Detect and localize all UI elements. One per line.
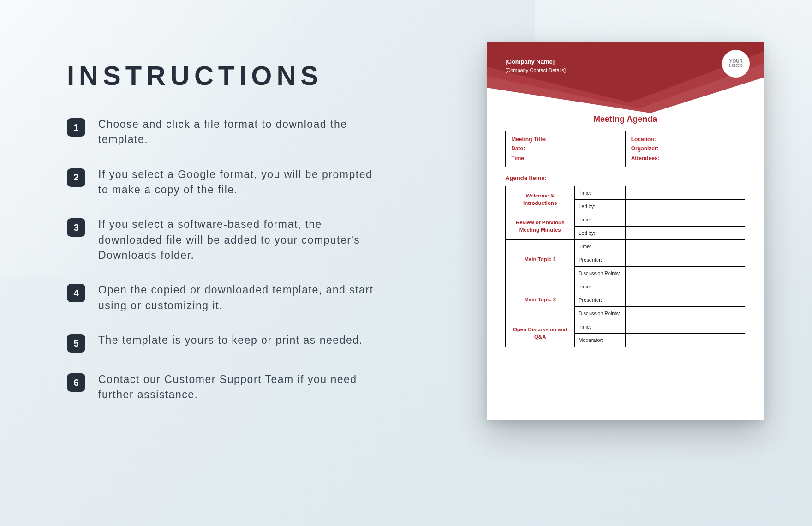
meta-meeting-title: Meeting Title: bbox=[511, 135, 620, 144]
agenda-field-label: Time: bbox=[575, 280, 626, 293]
agenda-field-value bbox=[626, 280, 745, 293]
agenda-topic: Main Topic 1 bbox=[506, 240, 575, 280]
agenda-topic: Main Topic 2 bbox=[506, 280, 575, 320]
document-body: Meeting Agenda Meeting Title: Date: Time… bbox=[487, 114, 764, 361]
agenda-topic: Welcome & Introductions bbox=[506, 186, 575, 213]
company-block: [Company Name] [Company Contact Details] bbox=[505, 57, 566, 74]
agenda-topic: Review of Previous Meeting Minutes bbox=[506, 213, 575, 240]
agenda-field-value bbox=[626, 240, 745, 253]
instruction-step: 1Choose and click a file format to downl… bbox=[67, 117, 420, 148]
step-text: If you select a software-based format, t… bbox=[98, 217, 375, 263]
meta-date: Date: bbox=[511, 144, 620, 153]
agenda-field-value bbox=[626, 320, 745, 334]
document-preview: [Company Name] [Company Contact Details]… bbox=[487, 42, 764, 420]
meta-left: Meeting Title: Date: Time: bbox=[506, 131, 626, 167]
header-graphic bbox=[487, 42, 764, 120]
company-contact: [Company Contact Details] bbox=[505, 66, 566, 74]
agenda-field-label: Presenter: bbox=[575, 293, 626, 307]
agenda-field-value bbox=[626, 186, 745, 200]
agenda-field-label: Discussion Points: bbox=[575, 307, 626, 320]
instruction-step: 6Contact our Customer Support Team if yo… bbox=[67, 372, 420, 403]
agenda-field-value bbox=[626, 227, 745, 240]
agenda-table: Welcome & IntroductionsTime:Led by:Revie… bbox=[505, 186, 745, 347]
table-row: Main Topic 1Time: bbox=[506, 240, 745, 253]
agenda-field-value bbox=[626, 213, 745, 227]
instructions-panel: INSTRUCTIONS 1Choose and click a file fo… bbox=[0, 0, 438, 422]
meeting-meta: Meeting Title: Date: Time: Location: Org… bbox=[505, 131, 745, 167]
agenda-field-label: Time: bbox=[575, 320, 626, 334]
agenda-field-value bbox=[626, 293, 745, 307]
meta-time: Time: bbox=[511, 154, 620, 163]
instruction-step: 5The template is yours to keep or print … bbox=[67, 333, 420, 353]
table-row: Welcome & IntroductionsTime: bbox=[506, 186, 745, 200]
agenda-items-label: Agenda Items: bbox=[505, 174, 745, 181]
agenda-field-label: Moderator: bbox=[575, 334, 626, 347]
table-row: Open Discussion and Q&ATime: bbox=[506, 320, 745, 334]
agenda-field-label: Time: bbox=[575, 213, 626, 227]
instruction-step: 2If you select a Google format, you will… bbox=[67, 167, 420, 198]
agenda-field-label: Time: bbox=[575, 186, 626, 200]
document-header: [Company Name] [Company Contact Details]… bbox=[487, 42, 764, 112]
agenda-field-label: Time: bbox=[575, 240, 626, 253]
logo-text-bottom: LOGO bbox=[729, 64, 742, 69]
logo-placeholder: YOUR LOGO bbox=[722, 50, 750, 78]
step-number-badge: 5 bbox=[67, 334, 85, 353]
step-text: The template is yours to keep or print a… bbox=[98, 333, 363, 348]
step-text: Open the copied or downloaded template, … bbox=[98, 282, 375, 313]
agenda-field-label: Led by: bbox=[575, 200, 626, 213]
instruction-step: 3If you select a software-based format, … bbox=[67, 217, 420, 263]
step-text: Choose and click a file format to downlo… bbox=[98, 117, 375, 148]
meta-organizer: Organizer: bbox=[631, 144, 740, 153]
step-number-badge: 4 bbox=[67, 284, 85, 302]
step-number-badge: 1 bbox=[67, 118, 85, 137]
step-text: If you select a Google format, you will … bbox=[98, 167, 375, 198]
agenda-field-value bbox=[626, 307, 745, 320]
instructions-title: INSTRUCTIONS bbox=[67, 60, 420, 91]
company-name: [Company Name] bbox=[505, 57, 566, 66]
agenda-field-value bbox=[626, 253, 745, 267]
agenda-field-label: Presenter: bbox=[575, 253, 626, 267]
meta-right: Location: Organizer: Attendees: bbox=[626, 131, 745, 167]
instruction-step: 4Open the copied or downloaded template,… bbox=[67, 282, 420, 313]
agenda-field-value bbox=[626, 200, 745, 213]
preview-panel: [Company Name] [Company Contact Details]… bbox=[438, 0, 812, 420]
step-number-badge: 3 bbox=[67, 218, 85, 237]
meta-location: Location: bbox=[631, 135, 740, 144]
step-number-badge: 6 bbox=[67, 373, 85, 392]
step-number-badge: 2 bbox=[67, 168, 85, 187]
meta-attendees: Attendees: bbox=[631, 154, 740, 163]
agenda-field-value bbox=[626, 334, 745, 347]
step-text: Contact our Customer Support Team if you… bbox=[98, 372, 375, 403]
table-row: Main Topic 2Time: bbox=[506, 280, 745, 293]
agenda-field-label: Led by: bbox=[575, 227, 626, 240]
agenda-topic: Open Discussion and Q&A bbox=[506, 320, 575, 347]
table-row: Review of Previous Meeting MinutesTime: bbox=[506, 213, 745, 227]
agenda-field-value bbox=[626, 267, 745, 280]
agenda-field-label: Discussion Points: bbox=[575, 267, 626, 280]
